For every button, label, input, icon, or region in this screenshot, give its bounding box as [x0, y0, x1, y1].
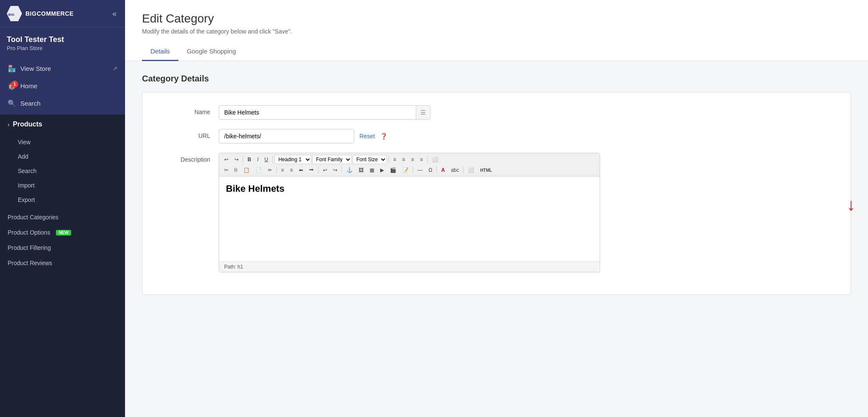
url-field-control: Reset ❓	[219, 129, 431, 143]
sidebar-item-view-store[interactable]: 🏪 View Store ↗	[0, 60, 125, 77]
reset-link[interactable]: Reset	[359, 133, 375, 140]
undo2-button[interactable]: ↩	[320, 166, 330, 174]
sidebar-item-product-filtering[interactable]: Product Filtering	[0, 240, 125, 255]
align-right-button[interactable]: ≡	[409, 155, 417, 164]
fullscreen-button[interactable]: ⬜	[429, 155, 441, 164]
editor-text: Bike Helmets	[226, 183, 284, 194]
description-field-row: Description ↩ ↪ B I U Hea	[159, 153, 834, 272]
editor-path-bar: Path: h1	[219, 261, 600, 272]
sidebar-item-label: View Store	[20, 65, 51, 72]
product-reviews-label: Product Reviews	[8, 260, 52, 266]
editor-toolbar: ↩ ↪ B I U Heading 1 Heading 2 Heading 3	[219, 153, 600, 176]
link-button[interactable]: ⚓	[344, 166, 355, 174]
sidebar-item-label: Home	[20, 82, 37, 90]
form-card: Name ☰ URL Reset ❓	[142, 92, 851, 295]
sidebar-item-label: Search	[20, 100, 41, 107]
sidebar-item-products-view[interactable]: View	[0, 135, 125, 149]
url-input[interactable]	[219, 129, 354, 143]
logo: BIG BIGCOMMERCE	[7, 6, 74, 21]
editor-content[interactable]: Bike Helmets	[219, 176, 600, 261]
toolbar-separator-8	[413, 166, 413, 174]
sidebar-item-product-reviews[interactable]: Product Reviews	[0, 255, 125, 271]
name-field-icon-button[interactable]: ☰	[416, 106, 430, 119]
store-plan: Pro Plan Store	[7, 45, 118, 51]
main-content: Edit Category Modify the details of the …	[125, 0, 868, 417]
maximize-button[interactable]: ⬜	[465, 166, 477, 174]
bold-button[interactable]: B	[245, 155, 254, 164]
store-name: Tool Tester Test	[7, 35, 118, 44]
image-button[interactable]: 🖼	[356, 166, 366, 174]
html-source-button[interactable]: HTML	[478, 167, 495, 174]
toolbar-separator-10	[463, 166, 464, 174]
url-label: URL	[159, 129, 210, 139]
toolbar-separator-5	[276, 166, 277, 174]
toolbar-separator-7	[342, 166, 342, 174]
sidebar-header: BIG BIGCOMMERCE «	[0, 0, 125, 28]
tab-google-shopping[interactable]: Google Shopping	[178, 42, 245, 61]
redo2-button[interactable]: ↪	[331, 166, 340, 174]
font-color-button[interactable]: A	[439, 166, 448, 174]
table-button[interactable]: ▦	[367, 166, 377, 174]
name-label: Name	[159, 105, 210, 115]
sidebar-products-header[interactable]: ‹ Products	[0, 115, 125, 134]
help-icon[interactable]: ❓	[380, 133, 387, 140]
store-icon: 🏪	[8, 64, 16, 73]
sidebar: BIG BIGCOMMERCE « Tool Tester Test Pro P…	[0, 0, 125, 417]
underline-button[interactable]: U	[262, 155, 271, 164]
align-center-button[interactable]: ≡	[400, 155, 408, 164]
heading-select[interactable]: Heading 1 Heading 2 Heading 3 Paragraph	[275, 155, 312, 164]
indent-button[interactable]: ⮕	[306, 166, 317, 174]
redo-button[interactable]: ↪	[232, 155, 241, 164]
page-body: Category Details Name ☰ URL Res	[125, 61, 868, 308]
numbered-list-button[interactable]: ≡	[287, 166, 295, 174]
sidebar-item-home[interactable]: 🏠 1 Home	[0, 77, 125, 95]
paste-word-button[interactable]: 📄	[253, 166, 264, 174]
copy-button[interactable]: ⎘	[232, 166, 240, 174]
toolbar-separator-9	[437, 166, 437, 174]
media-button[interactable]: 🎬	[387, 166, 399, 174]
toolbar-row-1: ↩ ↪ B I U Heading 1 Heading 2 Heading 3	[222, 155, 597, 164]
sidebar-item-product-options[interactable]: Product Options NEW	[0, 225, 125, 240]
outdent-button[interactable]: ⬅	[296, 166, 306, 174]
italic-button[interactable]: I	[255, 155, 261, 164]
url-field-row: URL Reset ❓	[159, 129, 834, 143]
sidebar-dark-section: ‹ Products View Add Search Import Export…	[0, 115, 125, 417]
special-chars-button[interactable]: Ω	[426, 166, 435, 174]
page-subtitle: Modify the details of the category below…	[142, 28, 851, 35]
chevron-left-icon: ‹	[8, 121, 9, 128]
video-button[interactable]: ▶	[378, 166, 387, 174]
toolbar-separator	[243, 156, 243, 163]
font-family-select[interactable]: Font Family	[312, 155, 352, 164]
paste-button[interactable]: 📋	[241, 166, 252, 174]
cleanup-button[interactable]: ✏	[265, 166, 275, 174]
font-size-select[interactable]: Font Size	[353, 155, 387, 164]
toolbar-separator-4	[427, 156, 428, 163]
brand-name: BIGCOMMERCE	[25, 10, 74, 17]
sidebar-item-product-categories[interactable]: Product Categories	[0, 210, 125, 225]
template-button[interactable]: 📝	[400, 166, 411, 174]
product-filtering-label: Product Filtering	[8, 244, 51, 251]
url-row: Reset ❓	[219, 129, 431, 143]
toolbar-separator-6	[318, 166, 319, 174]
collapse-sidebar-button[interactable]: «	[111, 8, 118, 20]
align-justify-button[interactable]: ≡	[417, 155, 426, 164]
hr-button[interactable]: —	[415, 166, 425, 174]
sidebar-item-products-search[interactable]: Search	[0, 164, 125, 178]
sidebar-item-products-add[interactable]: Add	[0, 149, 125, 164]
name-field-control: ☰	[219, 105, 431, 120]
name-input[interactable]	[219, 106, 416, 119]
section-title: Category Details	[142, 74, 851, 84]
external-link-icon: ↗	[113, 65, 117, 72]
toolbar-row-2: ✂ ⎘ 📋 📄 ✏ ≡ ≡ ⬅ ⮕ ↩ ↪	[222, 166, 597, 174]
bullet-list-button[interactable]: ≡	[278, 166, 287, 174]
sidebar-item-products-export[interactable]: Export	[0, 193, 125, 207]
bg-color-button[interactable]: abc	[448, 166, 462, 174]
cut-button[interactable]: ✂	[222, 166, 231, 174]
sidebar-item-search[interactable]: 🔍 Search	[0, 95, 125, 112]
align-left-button[interactable]: ≡	[391, 155, 399, 164]
undo-button[interactable]: ↩	[222, 155, 231, 164]
sidebar-item-products-import[interactable]: Import	[0, 178, 125, 193]
tab-details[interactable]: Details	[142, 42, 178, 61]
description-label: Description	[159, 153, 210, 163]
page-header: Edit Category Modify the details of the …	[125, 0, 868, 61]
